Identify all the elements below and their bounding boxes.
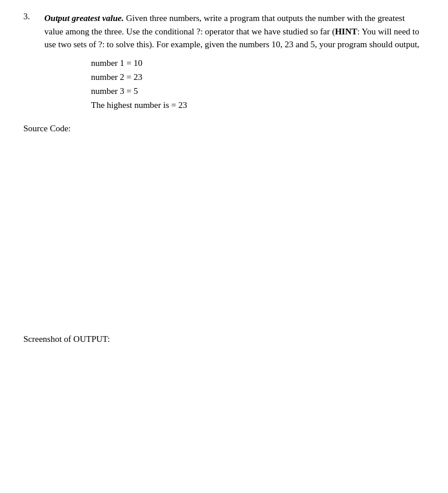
screenshot-section: Screenshot of OUTPUT: (23, 334, 425, 454)
problem-content: Output greatest value. Given three numbe… (44, 12, 425, 112)
output-line-3: number 3 = 5 (91, 84, 425, 98)
problem-title: Output greatest value. (44, 13, 124, 23)
source-code-area (23, 138, 425, 325)
output-line-4: The highest number is = 23 (91, 98, 425, 112)
source-code-label: Source Code: (23, 124, 425, 134)
problem-number: 3. (23, 12, 40, 112)
output-line-2: number 2 = 23 (91, 70, 425, 84)
screenshot-area (23, 349, 425, 454)
code-output-block: number 1 = 10 number 2 = 23 number 3 = 5… (91, 56, 425, 112)
problem-paragraph: Output greatest value. Given three numbe… (44, 12, 425, 51)
screenshot-label: Screenshot of OUTPUT: (23, 334, 425, 344)
hint-bold: HINT (335, 27, 357, 36)
problem-3-section: 3. Output greatest value. Given three nu… (23, 12, 425, 112)
output-line-1: number 1 = 10 (91, 56, 425, 70)
